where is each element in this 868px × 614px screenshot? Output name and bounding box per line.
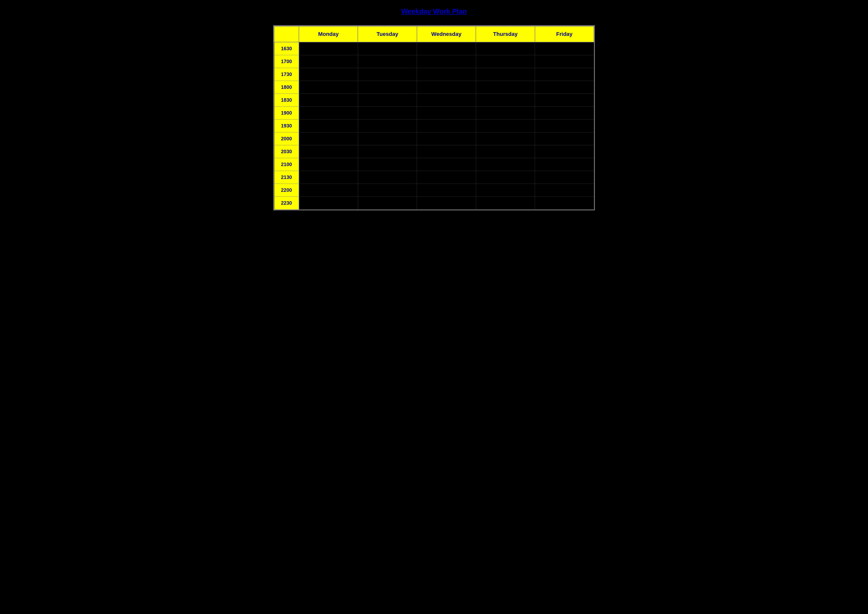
cell-1800-friday[interactable] — [535, 81, 594, 94]
cell-2230-wednesday[interactable] — [417, 197, 476, 209]
time-slot-2000: 2000 — [274, 132, 299, 145]
cell-2230-monday[interactable] — [299, 197, 358, 209]
cell-1830-wednesday[interactable] — [417, 94, 476, 107]
table-row: 1930 — [274, 119, 594, 132]
cell-2000-thursday[interactable] — [476, 132, 535, 145]
table-row: 1800 — [274, 81, 594, 94]
table-row: 2200 — [274, 184, 594, 197]
cell-1800-monday[interactable] — [299, 81, 358, 94]
table-row: 2000 — [274, 132, 594, 145]
cell-2130-tuesday[interactable] — [358, 171, 417, 184]
cell-1700-tuesday[interactable] — [358, 55, 417, 68]
cell-1930-monday[interactable] — [299, 119, 358, 132]
time-slot-2130: 2130 — [274, 171, 299, 184]
cell-1630-tuesday[interactable] — [358, 42, 417, 55]
time-slot-1800: 1800 — [274, 81, 299, 94]
cell-1830-monday[interactable] — [299, 94, 358, 107]
cell-2200-friday[interactable] — [535, 184, 594, 197]
cell-1830-friday[interactable] — [535, 94, 594, 107]
cell-1900-tuesday[interactable] — [358, 107, 417, 119]
cell-2200-tuesday[interactable] — [358, 184, 417, 197]
cell-2000-friday[interactable] — [535, 132, 594, 145]
schedule-container: Monday Tuesday Wednesday Thursday Friday… — [273, 25, 595, 210]
cell-1630-friday[interactable] — [535, 42, 594, 55]
cell-1730-thursday[interactable] — [476, 68, 535, 81]
cell-1630-thursday[interactable] — [476, 42, 535, 55]
cell-2130-monday[interactable] — [299, 171, 358, 184]
table-row: 1730 — [274, 68, 594, 81]
cell-2130-wednesday[interactable] — [417, 171, 476, 184]
schedule-body: 1630170017301800183019001930200020302100… — [274, 42, 594, 209]
cell-2200-monday[interactable] — [299, 184, 358, 197]
cell-2000-tuesday[interactable] — [358, 132, 417, 145]
table-row: 2230 — [274, 197, 594, 209]
cell-1930-thursday[interactable] — [476, 119, 535, 132]
time-slot-2200: 2200 — [274, 184, 299, 197]
table-row: 1630 — [274, 42, 594, 55]
cell-1700-friday[interactable] — [535, 55, 594, 68]
cell-1730-friday[interactable] — [535, 68, 594, 81]
cell-1900-friday[interactable] — [535, 107, 594, 119]
cell-2100-friday[interactable] — [535, 158, 594, 171]
cell-1930-tuesday[interactable] — [358, 119, 417, 132]
cell-2030-wednesday[interactable] — [417, 145, 476, 158]
time-slot-1930: 1930 — [274, 119, 299, 132]
cell-1630-wednesday[interactable] — [417, 42, 476, 55]
cell-1800-wednesday[interactable] — [417, 81, 476, 94]
cell-2000-wednesday[interactable] — [417, 132, 476, 145]
cell-1800-thursday[interactable] — [476, 81, 535, 94]
cell-1730-monday[interactable] — [299, 68, 358, 81]
cell-2230-tuesday[interactable] — [358, 197, 417, 209]
cell-2130-friday[interactable] — [535, 171, 594, 184]
cell-1700-thursday[interactable] — [476, 55, 535, 68]
schedule-table: Monday Tuesday Wednesday Thursday Friday… — [274, 26, 594, 209]
cell-2230-thursday[interactable] — [476, 197, 535, 209]
time-slot-2030: 2030 — [274, 145, 299, 158]
header-tuesday: Tuesday — [358, 26, 417, 42]
cell-2200-wednesday[interactable] — [417, 184, 476, 197]
time-slot-2100: 2100 — [274, 158, 299, 171]
time-slot-1700: 1700 — [274, 55, 299, 68]
cell-2030-friday[interactable] — [535, 145, 594, 158]
cell-1700-monday[interactable] — [299, 55, 358, 68]
cell-2100-wednesday[interactable] — [417, 158, 476, 171]
table-row: 1830 — [274, 94, 594, 107]
cell-1800-tuesday[interactable] — [358, 81, 417, 94]
cell-1900-monday[interactable] — [299, 107, 358, 119]
cell-2100-thursday[interactable] — [476, 158, 535, 171]
cell-1900-wednesday[interactable] — [417, 107, 476, 119]
time-slot-1900: 1900 — [274, 107, 299, 119]
cell-2100-monday[interactable] — [299, 158, 358, 171]
cell-2000-monday[interactable] — [299, 132, 358, 145]
time-label-header — [274, 26, 299, 42]
time-slot-1630: 1630 — [274, 42, 299, 55]
cell-2030-tuesday[interactable] — [358, 145, 417, 158]
table-row: 2130 — [274, 171, 594, 184]
cell-1930-friday[interactable] — [535, 119, 594, 132]
cell-1630-monday[interactable] — [299, 42, 358, 55]
header-wednesday: Wednesday — [417, 26, 476, 42]
table-row: 1700 — [274, 55, 594, 68]
cell-2100-tuesday[interactable] — [358, 158, 417, 171]
page-title: Weekday Work Plan — [401, 8, 467, 16]
cell-1730-wednesday[interactable] — [417, 68, 476, 81]
cell-2130-thursday[interactable] — [476, 171, 535, 184]
cell-1830-thursday[interactable] — [476, 94, 535, 107]
time-slot-1830: 1830 — [274, 94, 299, 107]
time-slot-1730: 1730 — [274, 68, 299, 81]
cell-1730-tuesday[interactable] — [358, 68, 417, 81]
cell-2200-thursday[interactable] — [476, 184, 535, 197]
header-row: Monday Tuesday Wednesday Thursday Friday — [274, 26, 594, 42]
header-monday: Monday — [299, 26, 358, 42]
cell-2030-thursday[interactable] — [476, 145, 535, 158]
cell-2230-friday[interactable] — [535, 197, 594, 209]
cell-2030-monday[interactable] — [299, 145, 358, 158]
cell-1900-thursday[interactable] — [476, 107, 535, 119]
header-friday: Friday — [535, 26, 594, 42]
table-row: 2100 — [274, 158, 594, 171]
cell-1700-wednesday[interactable] — [417, 55, 476, 68]
cell-1830-tuesday[interactable] — [358, 94, 417, 107]
cell-1930-wednesday[interactable] — [417, 119, 476, 132]
header-thursday: Thursday — [476, 26, 535, 42]
time-slot-2230: 2230 — [274, 197, 299, 209]
